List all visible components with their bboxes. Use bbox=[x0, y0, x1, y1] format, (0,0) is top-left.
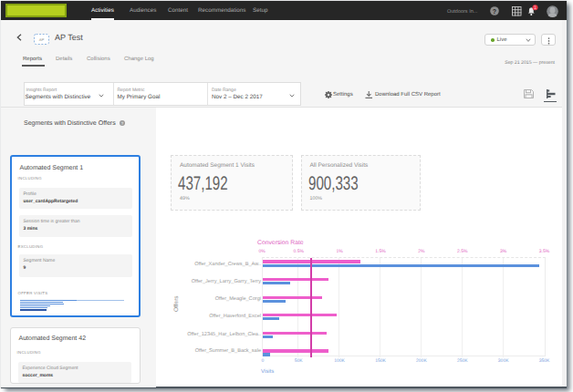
svg-text:1: 1 bbox=[534, 5, 537, 11]
svg-text:?: ? bbox=[493, 9, 496, 15]
svg-text:AP: AP bbox=[39, 37, 45, 42]
